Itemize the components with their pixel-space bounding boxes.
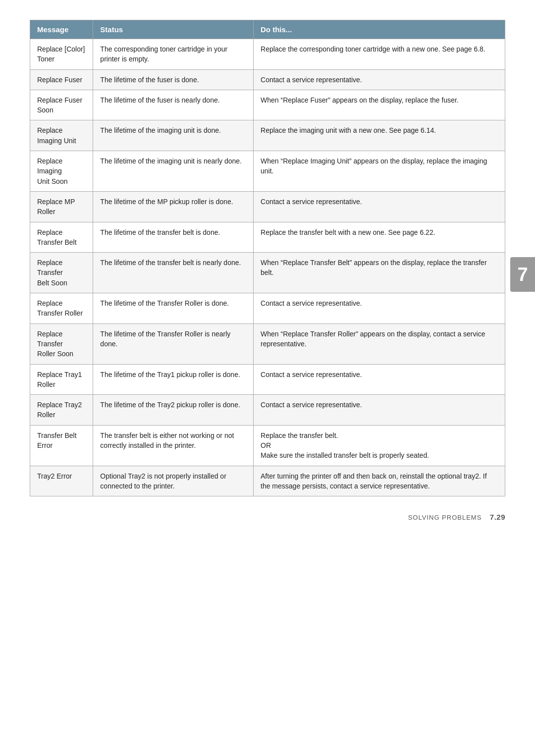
col-header-action: Do this... bbox=[254, 20, 505, 39]
cell-status: The lifetime of the Tray2 pickup roller … bbox=[93, 395, 254, 426]
cell-message: Replace Tray2Roller bbox=[30, 395, 93, 426]
cell-message: Replace Fuser bbox=[30, 69, 93, 90]
table-row: Replace FuserThe lifetime of the fuser i… bbox=[30, 69, 505, 90]
cell-status: The lifetime of the transfer belt is don… bbox=[93, 222, 254, 253]
cell-message: Tray2 Error bbox=[30, 466, 93, 496]
table-row: ReplaceTransfer BeltThe lifetime of the … bbox=[30, 222, 505, 253]
col-header-status: Status bbox=[93, 20, 254, 39]
cell-action: When “Replace Imaging Unit” appears on t… bbox=[254, 151, 505, 192]
table-row: Replace [Color]TonerThe corresponding to… bbox=[30, 39, 505, 70]
cell-action: Replace the imaging unit with a new one.… bbox=[254, 120, 505, 151]
cell-action: When “Replace Transfer Roller” appears o… bbox=[254, 324, 505, 364]
cell-message: Replace ImagingUnit Soon bbox=[30, 151, 93, 192]
cell-action: Contact a service representative. bbox=[254, 191, 505, 222]
cell-action: When “Replace Transfer Belt” appears on … bbox=[254, 253, 505, 293]
cell-status: The corresponding toner cartridge in you… bbox=[93, 39, 254, 70]
table-row: Replace Tray2RollerThe lifetime of the T… bbox=[30, 395, 505, 426]
table-row: Replace MPRollerThe lifetime of the MP p… bbox=[30, 191, 505, 222]
cell-action: Replace the transfer belt with a new one… bbox=[254, 222, 505, 253]
cell-message: ReplaceTransfer Belt bbox=[30, 222, 93, 253]
table-row: Replace TransferBelt SoonThe lifetime of… bbox=[30, 253, 505, 293]
cell-status: The lifetime of the transfer belt is nea… bbox=[93, 253, 254, 293]
page-footer: Solving Problems 7.29 bbox=[408, 513, 505, 521]
cell-status: The lifetime of the fuser is nearly done… bbox=[93, 90, 254, 120]
col-header-message: Message bbox=[30, 20, 93, 39]
cell-action: Contact a service representative. bbox=[254, 364, 505, 395]
chapter-tab: 7 bbox=[510, 257, 535, 292]
cell-status: The lifetime of the imaging unit is near… bbox=[93, 151, 254, 192]
cell-message: Replace [Color]Toner bbox=[30, 39, 93, 70]
cell-action: Replace the corresponding toner cartridg… bbox=[254, 39, 505, 70]
cell-action: Contact a service representative. bbox=[254, 293, 505, 324]
cell-action: Contact a service representative. bbox=[254, 69, 505, 90]
cell-message: Replace MPRoller bbox=[30, 191, 93, 222]
table-row: ReplaceImaging UnitThe lifetime of the i… bbox=[30, 120, 505, 151]
cell-message: Replace Tray1Roller bbox=[30, 364, 93, 395]
footer-page: 7.29 bbox=[490, 513, 505, 521]
table-row: Replace Tray1RollerThe lifetime of the T… bbox=[30, 364, 505, 395]
cell-message: Replace TransferBelt Soon bbox=[30, 253, 93, 293]
cell-action: Contact a service representative. bbox=[254, 395, 505, 426]
cell-message: Replace Fuser Soon bbox=[30, 90, 93, 120]
cell-status: The lifetime of the fuser is done. bbox=[93, 69, 254, 90]
table-row: Tray2 ErrorOptional Tray2 is not properl… bbox=[30, 466, 505, 496]
chapter-number: 7 bbox=[517, 264, 528, 285]
cell-message: Replace TransferRoller Soon bbox=[30, 324, 93, 364]
cell-action: When “Replace Fuser” appears on the disp… bbox=[254, 90, 505, 120]
table-row: Transfer BeltErrorThe transfer belt is e… bbox=[30, 425, 505, 466]
table-row: ReplaceTransfer RollerThe lifetime of th… bbox=[30, 293, 505, 324]
cell-action: Replace the transfer belt.ORMake sure th… bbox=[254, 425, 505, 466]
cell-status: The lifetime of the Transfer Roller is d… bbox=[93, 293, 254, 324]
cell-status: The lifetime of the imaging unit is done… bbox=[93, 120, 254, 151]
table-row: Replace TransferRoller SoonThe lifetime … bbox=[30, 324, 505, 364]
cell-message: Transfer BeltError bbox=[30, 425, 93, 466]
cell-message: ReplaceImaging Unit bbox=[30, 120, 93, 151]
cell-action: After turning the printer off and then b… bbox=[254, 466, 505, 496]
cell-status: The lifetime of the Transfer Roller is n… bbox=[93, 324, 254, 364]
table-row: Replace ImagingUnit SoonThe lifetime of … bbox=[30, 151, 505, 192]
table-row: Replace Fuser SoonThe lifetime of the fu… bbox=[30, 90, 505, 120]
cell-status: The lifetime of the MP pickup roller is … bbox=[93, 191, 254, 222]
cell-status: Optional Tray2 is not properly installed… bbox=[93, 466, 254, 496]
main-table: Message Status Do this... Replace [Color… bbox=[30, 20, 505, 496]
page-wrapper: Message Status Do this... Replace [Color… bbox=[0, 0, 535, 536]
cell-status: The lifetime of the Tray1 pickup roller … bbox=[93, 364, 254, 395]
footer-label: Solving Problems bbox=[408, 514, 482, 521]
cell-message: ReplaceTransfer Roller bbox=[30, 293, 93, 324]
cell-status: The transfer belt is either not working … bbox=[93, 425, 254, 466]
